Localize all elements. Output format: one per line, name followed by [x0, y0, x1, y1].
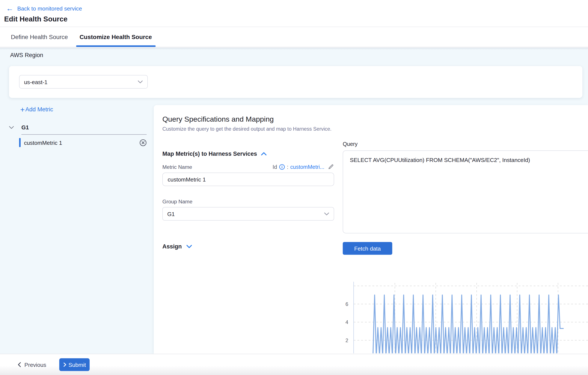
footer-bar: Previous Submit: [0, 354, 588, 375]
chevron-down-icon: [9, 126, 14, 129]
query-textarea[interactable]: SELECT AVG(CPUUtilization) FROM SCHEMA("…: [343, 150, 588, 233]
svg-text:6: 6: [346, 301, 348, 307]
tab-define-health-source[interactable]: Define Health Source: [10, 27, 68, 47]
chevron-down-icon: [186, 245, 192, 248]
metric-group-header[interactable]: G1: [9, 124, 29, 131]
plus-icon: +: [20, 106, 24, 113]
fetch-data-button[interactable]: Fetch data: [343, 242, 392, 255]
metric-preview-chart: 642: [341, 276, 588, 353]
panel-subtitle: Customize the query to get the desired o…: [162, 126, 588, 132]
chevron-up-icon: [261, 152, 267, 156]
add-metric-button[interactable]: + Add Metric: [20, 106, 53, 113]
panel-title: Query Specifications and Mapping: [162, 115, 588, 123]
assign-label: Assign: [162, 243, 182, 250]
submit-button[interactable]: Submit: [59, 358, 90, 371]
previous-label: Previous: [24, 362, 46, 368]
back-link-label: Back to monitored service: [17, 5, 82, 11]
group-name-select[interactable]: G1: [162, 207, 334, 221]
divider: [21, 134, 147, 135]
edit-pencil-icon[interactable]: [328, 163, 334, 170]
chevron-down-icon: [138, 80, 143, 84]
metric-id-link[interactable]: customMetri...: [290, 164, 324, 170]
metric-name-input[interactable]: customMetric 1: [162, 172, 334, 186]
mapping-form: Map Metric(s) to Harness Services Metric…: [162, 137, 334, 354]
id-label: Id: [273, 164, 277, 170]
chevron-down-icon: [324, 212, 329, 216]
svg-text:2: 2: [346, 338, 348, 343]
add-metric-label: Add Metric: [25, 106, 53, 113]
metric-name-label: Metric Name: [162, 164, 192, 170]
group-name-label: Group Name: [162, 198, 334, 204]
back-arrow-icon: ←: [6, 4, 13, 12]
assign-section-toggle[interactable]: Assign: [162, 243, 334, 250]
page-header: ← Back to monitored service Edit Health …: [0, 0, 588, 27]
page: ← Back to monitored service Edit Health …: [0, 0, 588, 375]
query-text: SELECT AVG(CPUUtilization) FROM SCHEMA("…: [350, 157, 530, 163]
chevron-right-icon: [63, 362, 66, 367]
metric-item-label: customMetric 1: [24, 139, 62, 146]
query-column: Query SELECT AVG(CPUUtilization) FROM SC…: [343, 137, 588, 354]
submit-label: Submit: [68, 362, 86, 368]
query-label: Query: [343, 141, 588, 147]
tab-customize-health-source[interactable]: Customize Health Source: [79, 27, 152, 47]
id-separator: :: [287, 164, 288, 170]
query-specifications-panel: Query Specifications and Mapping Customi…: [154, 105, 588, 354]
page-title: Edit Health Source: [4, 15, 582, 23]
svg-text:4: 4: [346, 320, 348, 325]
metric-list-item[interactable]: customMetric 1: [19, 137, 147, 148]
previous-button[interactable]: Previous: [18, 362, 46, 368]
tab-bar: Define Health Source Customize Health So…: [0, 27, 588, 47]
back-link[interactable]: ← Back to monitored service: [6, 4, 582, 13]
line-chart: 642: [341, 276, 588, 353]
metric-name-value: customMetric 1: [168, 176, 206, 182]
content-area: AWS Region us-east-1 + Add Metric: [0, 48, 588, 354]
group-name-value: G1: [167, 211, 175, 217]
metrics-sidebar: + Add Metric G1 customMetric 1: [0, 98, 154, 354]
selected-indicator: [19, 138, 21, 147]
main-row: + Add Metric G1 customMetric 1: [0, 98, 588, 354]
aws-region-value: us-east-1: [24, 78, 47, 85]
map-metrics-section-toggle[interactable]: Map Metric(s) to Harness Services: [162, 150, 334, 157]
info-icon[interactable]: [279, 164, 285, 170]
map-metrics-section-title: Map Metric(s) to Harness Services: [162, 150, 257, 157]
aws-region-label: AWS Region: [10, 52, 43, 58]
remove-metric-icon[interactable]: [140, 139, 147, 146]
metric-group-label: G1: [21, 124, 29, 131]
aws-region-card: us-east-1: [9, 66, 582, 98]
aws-region-select[interactable]: us-east-1: [19, 75, 148, 89]
